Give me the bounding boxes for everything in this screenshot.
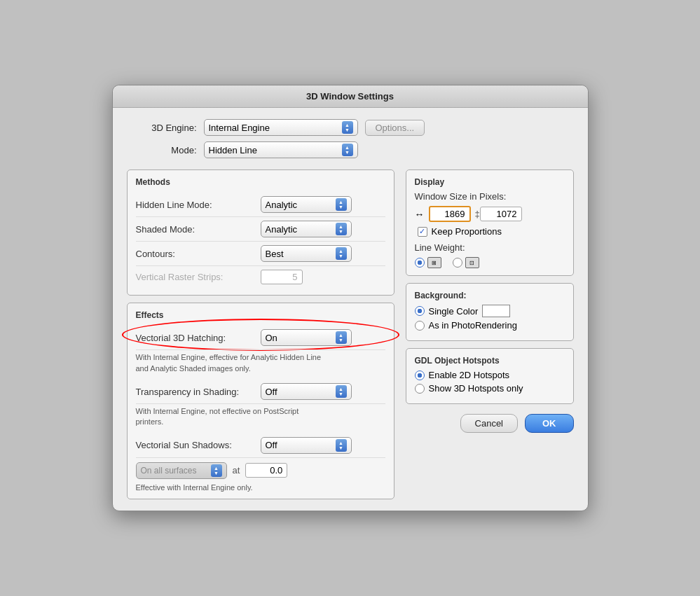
top-fields: 3D Engine: Internal Engine ▲ ▼ Options..… [127,119,574,158]
vectorial-label: Vectorial 3D Hatching: [136,333,255,343]
methods-section: Methods Hidden Line Mode: Analytic ▲ ▼ [127,169,394,296]
line-weight-radio-2[interactable] [453,258,462,268]
effects-title: Effects [136,310,385,320]
sun-shadows-label: Vectorial Sun Shadows: [136,440,255,450]
effective-note: Effective with Internal Engine only. [136,483,385,492]
display-section: Display Window Size in Pixels: ↔ ‡ ✓ Kee… [406,169,574,276]
color-swatch[interactable] [482,305,510,317]
vertical-raster-row: Vertical Raster Strips: 5 [136,266,385,288]
contours-row: Contours: Best ▲ ▼ [136,242,385,266]
pixel-row: ↔ ‡ [415,206,565,222]
enable-2d-row: Enable 2D Hotspots [415,370,565,380]
gdl-title: GDL Object Hotspots [415,356,565,366]
main-panels: Methods Hidden Line Mode: Analytic ▲ ▼ [127,169,574,499]
line-weight-icon-1: ⊞ [427,257,441,268]
proportions-row: ✓ Keep Proportions [415,226,565,237]
title-bar: 3D Window Settings [113,85,588,108]
engine-arrows: ▲ ▼ [342,121,353,134]
mode-row: Mode: Hidden Line ▲ ▼ [127,141,574,158]
shaded-mode-value: Analytic [266,224,331,235]
keep-proportions-label: Keep Proportions [432,226,502,237]
line-weight-radio-1[interactable] [415,258,425,268]
ok-button[interactable]: OK [525,414,574,433]
background-section: Background: Single Color As in PhotoRend… [406,283,574,341]
photo-rendering-label: As in PhotoRendering [429,320,517,331]
left-panel: Methods Hidden Line Mode: Analytic ▲ ▼ [127,169,394,499]
sun-shadows-row: Vectorial Sun Shadows: Off ▲ ▼ [136,434,385,458]
engine-value: Internal Engine [209,123,338,133]
height-input[interactable] [480,207,522,221]
vertical-raster-input[interactable]: 5 [261,270,303,284]
background-title: Background: [415,291,565,300]
contours-arrows: ▲ ▼ [336,247,347,260]
hidden-line-arrows: ▲ ▼ [336,198,347,211]
shaded-mode-select[interactable]: Analytic ▲ ▼ [261,221,352,237]
transparency-row: Transparency in Shading: Off ▲ ▼ [136,380,385,404]
line-weight-row: ⊞ ⊡ [415,257,565,268]
right-panel: Display Window Size in Pixels: ↔ ‡ ✓ Kee… [406,169,574,499]
enable-2d-radio[interactable] [415,370,425,380]
surface-row: On all surfaces ▲ ▼ at [136,462,385,479]
mode-value: Hidden Line [209,145,338,155]
effects-section: Effects Vectorial 3D Hatching: On ▲ ▼ [127,303,394,499]
vertical-raster-label: Vertical Raster Strips: [136,272,255,282]
surface-value: On all surfaces [141,466,207,476]
shaded-mode-arrows: ▲ ▼ [336,223,347,235]
photo-rendering-radio[interactable] [415,321,425,331]
surface-arrows: ▲ ▼ [211,464,222,477]
show-3d-radio[interactable] [415,384,425,394]
vectorial-arrows: ▲ ▼ [336,331,347,344]
photo-rendering-row: As in PhotoRendering [415,320,565,331]
transparency-select[interactable]: Off ▲ ▼ [261,383,352,400]
vectorial-note: With Internal Engine, effective for Anal… [136,352,385,374]
mode-select[interactable]: Hidden Line ▲ ▼ [204,141,358,158]
gdl-section: GDL Object Hotspots Enable 2D Hotspots S… [406,348,574,404]
engine-select[interactable]: Internal Engine ▲ ▼ [204,119,358,136]
methods-title: Methods [136,177,385,187]
hidden-line-row: Hidden Line Mode: Analytic ▲ ▼ [136,193,385,217]
hidden-line-select[interactable]: Analytic ▲ ▼ [261,196,352,213]
line-weight-icon-2: ⊡ [465,257,479,268]
show-3d-row: Show 3D Hotspots only [415,383,565,394]
contours-label: Contours: [136,249,255,259]
at-label: at [233,465,240,476]
line-weight-label: Line Weight: [415,242,565,253]
content: 3D Engine: Internal Engine ▲ ▼ Options..… [113,108,588,511]
sun-shadows-value: Off [266,440,331,450]
engine-row: 3D Engine: Internal Engine ▲ ▼ Options..… [127,119,574,136]
transparency-arrows: ▲ ▼ [336,385,347,398]
sun-shadows-select[interactable]: Off ▲ ▼ [261,437,352,454]
sun-shadows-arrows: ▲ ▼ [336,439,347,452]
surface-select[interactable]: On all surfaces ▲ ▼ [136,462,227,479]
width-input[interactable] [429,206,471,222]
window-size-label: Window Size in Pixels: [415,191,565,202]
line-weight-option-2[interactable]: ⊡ [453,257,479,268]
line-weight-option-1[interactable]: ⊞ [415,257,441,268]
vectorial-row: Vectorial 3D Hatching: On ▲ ▼ [136,326,385,350]
buttons-row: Cancel OK [406,414,574,436]
hidden-line-label: Hidden Line Mode: [136,200,255,210]
shaded-mode-label: Shaded Mode: [136,224,255,235]
mode-arrows: ▲ ▼ [342,144,353,156]
vectorial-select[interactable]: On ▲ ▼ [261,329,352,346]
single-color-label: Single Color [429,306,479,317]
enable-2d-label: Enable 2D Hotspots [429,370,510,380]
keep-proportions-checkbox[interactable]: ✓ [418,227,427,237]
times-divider: ‡ [475,209,476,219]
single-color-row: Single Color [415,305,565,317]
shaded-mode-row: Shaded Mode: Analytic ▲ ▼ [136,217,385,242]
dialog-title: 3D Window Settings [306,91,394,102]
options-button[interactable]: Options... [365,120,425,136]
transparency-value: Off [266,387,331,397]
contours-value: Best [266,249,331,259]
mode-label: Mode: [127,145,197,155]
display-title: Display [415,177,565,187]
single-color-radio[interactable] [415,306,425,316]
hidden-line-value: Analytic [266,200,331,210]
contours-select[interactable]: Best ▲ ▼ [261,245,352,262]
show-3d-label: Show 3D Hotspots only [429,383,523,394]
transparency-label: Transparency in Shading: [136,387,255,397]
vectorial-value: On [266,333,331,343]
at-input[interactable] [245,463,287,478]
cancel-button[interactable]: Cancel [460,414,518,433]
